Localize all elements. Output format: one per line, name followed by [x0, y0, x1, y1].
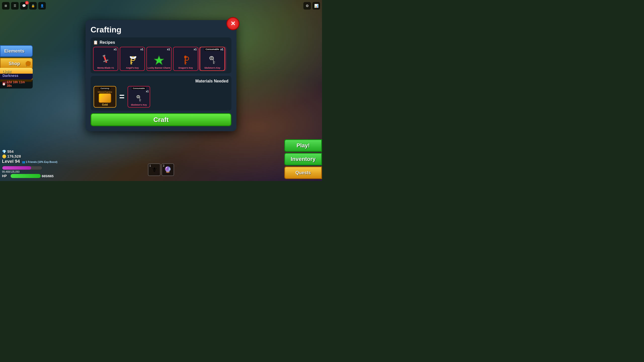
skeleton-key-material-name: Skeleton's Key — [131, 104, 147, 106]
lucky-count: x1 — [167, 48, 170, 51]
lucky-charm-name: Lucky Banner Charm — [148, 67, 171, 69]
consumable-material-tag: Consumable — [132, 87, 146, 90]
materials-formula: Currency Mesos/Santos Gold = Consumable … — [94, 86, 228, 108]
gold-ingot-icon — [99, 93, 111, 103]
recipes-icon: 📋 — [93, 40, 98, 45]
craft-button[interactable]: Craft — [91, 113, 231, 126]
consumable-tag: Consumable — [205, 48, 220, 51]
recipe-lucky-charm[interactable]: x1 ✦ Lucky Banner Charm — [146, 47, 172, 71]
menta-blade-name: Menta Blade V1 — [97, 67, 114, 69]
svg-point-15 — [184, 56, 187, 59]
modal-overlay: ✕ Crafting 📋 Recipes x1 — [0, 0, 322, 181]
svg-rect-13 — [185, 62, 187, 63]
recipe-menta-blade[interactable]: x1 Menta Blade V1 — [93, 47, 118, 71]
svg-rect-23 — [213, 59, 214, 64]
materials-header: Materials Needed — [94, 79, 228, 83]
crafting-title: Crafting — [91, 25, 231, 34]
svg-rect-12 — [185, 60, 186, 64]
recipes-grid: x1 Menta Blade V1 x1 — [93, 47, 229, 71]
angels-key-name: Angel's Key — [126, 67, 139, 69]
angels-key-icon — [125, 54, 139, 67]
svg-rect-6 — [131, 64, 132, 64]
menta-count: x1 — [114, 48, 117, 51]
materials-section: Materials Needed Currency Mesos/Santos G… — [91, 76, 231, 111]
svg-rect-24 — [213, 62, 215, 62]
currency-tag: Currency — [99, 87, 110, 90]
svg-point-27 — [137, 96, 138, 97]
svg-rect-14 — [185, 64, 186, 64]
svg-rect-25 — [213, 63, 215, 64]
recipes-label: Recipes — [100, 40, 115, 45]
crafting-modal: ✕ Crafting 📋 Recipes x1 — [86, 20, 236, 131]
menta-blade-icon — [99, 54, 113, 67]
recipes-list[interactable]: x1 Menta Blade V1 x1 — [93, 47, 229, 71]
material-gold: Currency Mesos/Santos Gold — [94, 86, 116, 108]
svg-point-18 — [212, 58, 213, 59]
svg-rect-35 — [139, 101, 141, 101]
skeletons-key-icon — [205, 54, 219, 67]
angels-count: x1 — [140, 48, 143, 51]
svg-rect-33 — [139, 97, 140, 101]
svg-point-28 — [138, 96, 139, 97]
svg-text:✦: ✦ — [157, 59, 160, 63]
skeleton-count: x1 — [220, 48, 223, 51]
recipes-section: 📋 Recipes x1 — [91, 37, 231, 73]
svg-point-17 — [210, 58, 212, 59]
recipe-dragons-key[interactable]: x1 Dragon's Key — [173, 47, 198, 71]
recipes-header: 📋 Recipes — [93, 40, 229, 45]
material-skeletons-key: Consumable x1 — [128, 86, 150, 108]
skeletons-key-name: Skeleton's Key — [204, 67, 220, 69]
close-button[interactable]: ✕ — [226, 17, 239, 30]
dragons-key-name: Dragon's Key — [178, 67, 193, 69]
svg-rect-4 — [131, 60, 132, 64]
svg-rect-5 — [131, 62, 133, 63]
equals-sign: = — [119, 92, 125, 102]
skeleton-key-material-icon — [133, 94, 145, 104]
recipe-angels-key[interactable]: x1 Angel's Ke — [120, 47, 145, 71]
material-count: x1 — [146, 90, 149, 93]
lucky-charm-icon: ✦ — [152, 54, 166, 67]
gold-name: Gold — [102, 103, 108, 106]
dragons-count: x1 — [194, 48, 197, 51]
currency-sub-tag: Mesos/Santos — [97, 91, 112, 93]
svg-rect-34 — [139, 100, 141, 100]
recipe-skeletons-key[interactable]: Consumable x1 — [200, 47, 225, 71]
dragons-key-icon — [179, 54, 193, 67]
